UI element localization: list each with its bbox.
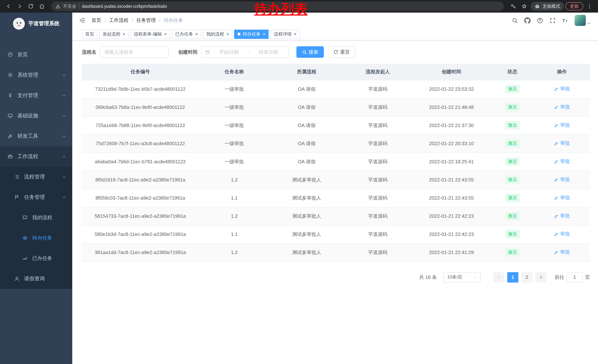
sidebar-item-done-task[interactable]: 已办任务 [0,248,72,268]
goto-page-input[interactable] [566,272,583,282]
page-button-1[interactable]: 1 [507,272,518,282]
incognito-icon [534,3,540,9]
dashboard-icon [8,52,13,57]
sidebar-item-home[interactable]: 首页 [0,44,72,65]
next-page-button[interactable] [535,272,547,282]
status-badge: 激活 [505,230,520,238]
update-button[interactable]: 更新 [565,2,583,10]
font-size-icon[interactable]: TT [562,17,568,24]
forward-button[interactable] [15,1,25,11]
sidebar-item-task-mgmt[interactable]: 任务管理 [0,187,72,207]
table-row: 580e1b3d-7ac8-11ec-a9e2-a2380e71991a 1.1… [82,225,590,243]
close-icon[interactable]: × [294,32,296,36]
status-badge: 激活 [505,248,520,257]
approve-link[interactable]: 审批 [554,104,570,111]
reset-button[interactable]: 重置 [328,46,355,58]
table-header-row: 任务编号 任务名称 所属流程 流程发起人 创建时间 状态 操作 [82,64,590,80]
start-date-placeholder[interactable]: 开始日期 [212,49,246,55]
key-button[interactable] [508,1,518,11]
close-icon[interactable]: × [164,32,167,36]
close-icon[interactable]: × [195,32,198,36]
approve-link[interactable]: 审批 [554,158,570,165]
bookmark-button[interactable] [519,1,529,11]
approve-link[interactable]: 审批 [554,194,570,201]
github-icon[interactable] [524,17,531,24]
sidebar-item-leave-query[interactable]: 请假查询 [0,268,72,289]
prev-page-button[interactable] [493,272,504,282]
fullscreen-icon[interactable] [549,17,556,24]
tab-done-task[interactable]: 已办任务 × [172,29,201,39]
cell-process: OA 请假 [270,116,344,134]
process-name-input[interactable] [100,46,169,58]
table-row: 75d72608-7b7f-11ec-a3c8-acde48001122 一级审… [82,134,590,153]
approve-link[interactable]: 审批 [554,122,570,129]
approve-link[interactable]: 审批 [554,231,570,238]
sidebar-item-label: 工作流程 [17,153,38,160]
cell-process: 测试多审批人 [270,225,344,243]
sidebar-item-infrastructure[interactable]: 基础设施 [0,105,72,126]
cell-starter: 芋道源码 [343,98,412,116]
approve-link[interactable]: 审批 [554,249,570,256]
back-button[interactable] [4,1,13,11]
tab-todo-task[interactable]: 待办任务 × [234,29,269,39]
search-icon [302,50,307,54]
end-date-placeholder[interactable]: 结束日期 [251,49,285,55]
user-menu[interactable] [575,15,590,26]
chevron-right-icon [539,275,543,279]
approve-link[interactable]: 审批 [554,140,570,147]
table-row: 73211d9d-7b9b-11ec-b5b7-acde48001122 一级审… [82,80,590,98]
tab-home[interactable]: 首页 [82,29,98,39]
approve-link[interactable]: 审批 [554,213,570,219]
sidebar-item-devtools[interactable]: 研发工具 [0,126,72,146]
cell-task-name: 1.2 [199,207,270,225]
tab-process-form-edit[interactable]: 流程表单-编辑 × [130,29,170,39]
approve-link[interactable]: 审批 [554,177,570,183]
sidebar-item-todo-task[interactable]: 待办任务 [0,228,72,248]
close-icon[interactable]: × [226,32,229,36]
sidebar-item-payment[interactable]: 支付管理 [0,85,72,105]
breadcrumb-item[interactable]: 任务管理 [137,17,156,24]
incognito-label: 无痕模式 [542,3,560,9]
page-unit-label: 页 [585,274,590,281]
sidebar-item-my-process[interactable]: 我的流程 [0,207,72,228]
avatar[interactable] [575,15,586,26]
date-range-picker[interactable]: 开始日期 - 结束日期 [201,46,289,58]
sidebar-item-workflow[interactable]: 工作流程 [0,146,72,167]
reload-button[interactable] [26,1,36,11]
browser-menu-button[interactable] [585,1,594,11]
breadcrumb-item[interactable]: 工作流程 [109,17,128,24]
cell-created: 2022-01-21 22:42:23 [412,207,491,225]
cell-task-name: 一级审批 [199,134,270,153]
close-icon[interactable]: × [123,32,125,36]
breadcrumb-item-current: 待办任务 [164,17,183,24]
cell-task-id: 75d72608-7b7f-11ec-a3c8-acde48001122 [82,134,199,153]
app-title: 芋道管理系统 [28,20,59,27]
home-button[interactable] [37,1,47,11]
close-icon[interactable]: × [263,32,265,36]
sidebar-item-process-mgmt[interactable]: 流程管理 [0,167,72,187]
sidebar-item-label: 待办任务 [32,235,52,241]
column-header: 流程发起人 [343,64,412,80]
reload-icon [28,3,34,9]
sidebar-item-system[interactable]: 系统管理 [0,65,72,85]
security-label[interactable]: 不安全 [63,3,76,9]
search-icon[interactable] [512,17,518,24]
table-row: 069c6a63-7b8a-11ec-8ef0-acde48001122 一级审… [82,98,590,116]
sidebar-item-label: 基础设施 [17,112,38,119]
sidebar-item-label: 系统管理 [17,72,38,78]
page-size-select[interactable]: 10条/页 [443,272,481,282]
tab-my-process[interactable]: 我的流程 × [203,29,232,39]
status-badge: 激活 [505,157,520,166]
breadcrumb-item[interactable]: 首页 [91,17,101,24]
tab-start-process[interactable]: 发起流程 × [99,29,129,39]
chevron-down-icon [62,93,66,97]
approve-link[interactable]: 审批 [554,86,570,92]
page-button-2[interactable]: 2 [521,272,532,282]
help-icon[interactable] [537,17,543,24]
cell-task-name: 一级审批 [199,98,270,116]
search-button[interactable]: 搜索 [296,46,324,58]
home-icon [39,3,45,9]
tab-process-detail[interactable]: 流程详情 × [270,29,300,39]
collapse-sidebar-icon[interactable] [79,17,86,24]
sidebar-item-label: 流程管理 [24,173,45,180]
